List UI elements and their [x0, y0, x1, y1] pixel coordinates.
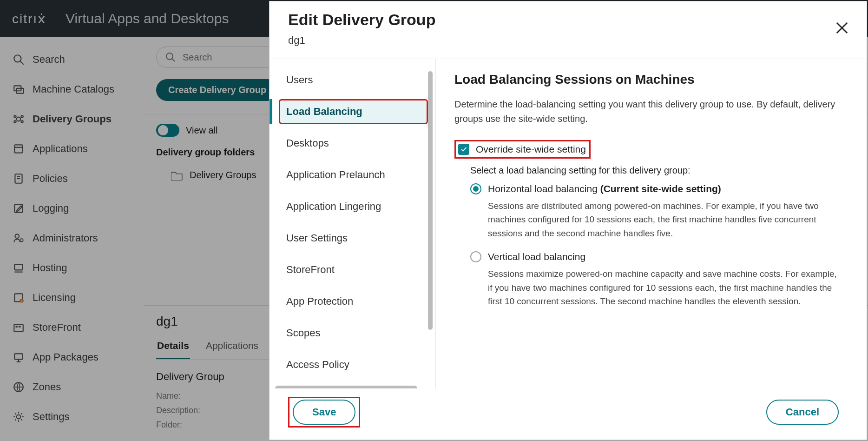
override-label: Override site-wide setting: [476, 144, 586, 155]
dialog-nav-application-lingering[interactable]: Application Lingering: [279, 194, 428, 219]
checkbox-checked-icon: [458, 144, 469, 155]
close-button[interactable]: [834, 20, 850, 36]
close-icon: [834, 20, 850, 36]
cancel-button[interactable]: Cancel: [766, 400, 839, 425]
dialog-nav-load-balancing[interactable]: Load Balancing: [279, 99, 428, 124]
save-button[interactable]: Save: [293, 400, 355, 425]
radio-icon: [470, 183, 481, 194]
dialog-nav-app-protection[interactable]: App Protection: [279, 289, 428, 314]
dialog-title: Edit Delivery Group: [288, 11, 848, 29]
radio-horizontal-load-balancing[interactable]: Horizontal load balancing (Current site-…: [470, 183, 848, 194]
radio-label: Vertical load balancing: [488, 251, 585, 262]
radio-label: Horizontal load balancing (Current site-…: [488, 183, 721, 194]
radio-icon: [470, 251, 481, 262]
radio-description: Sessions are distributed among powered-o…: [488, 199, 841, 240]
edit-delivery-group-dialog: Edit Delivery Group dg1 UsersLoad Balanc…: [269, 1, 867, 440]
dialog-nav-scopes[interactable]: Scopes: [279, 321, 428, 346]
dialog-nav-user-settings[interactable]: User Settings: [279, 226, 428, 251]
dialog-nav-application-prelaunch[interactable]: Application Prelaunch: [279, 162, 428, 187]
dialog-nav: UsersLoad BalancingDesktopsApplication P…: [270, 59, 435, 388]
nav-scrollbar-vertical[interactable]: [428, 71, 433, 330]
dialog-nav-access-policy[interactable]: Access Policy: [279, 352, 428, 377]
radio-vertical-load-balancing[interactable]: Vertical load balancing: [470, 251, 848, 262]
dialog-nav-desktops[interactable]: Desktops: [279, 131, 428, 156]
dialog-nav-users[interactable]: Users: [279, 67, 428, 93]
select-intro: Select a load balancing setting for this…: [470, 165, 848, 176]
override-setting-checkbox[interactable]: Override site-wide setting: [454, 140, 591, 159]
radio-description: Sessions maximize powered-on machine cap…: [488, 267, 841, 308]
nav-scrollbar-horizontal[interactable]: [275, 386, 417, 388]
content-heading: Load Balancing Sessions on Machines: [454, 72, 848, 87]
content-intro: Determine the load-balancing setting you…: [454, 97, 848, 126]
dialog-nav-storefront[interactable]: StoreFront: [279, 257, 428, 282]
dialog-subtitle: dg1: [288, 34, 848, 47]
